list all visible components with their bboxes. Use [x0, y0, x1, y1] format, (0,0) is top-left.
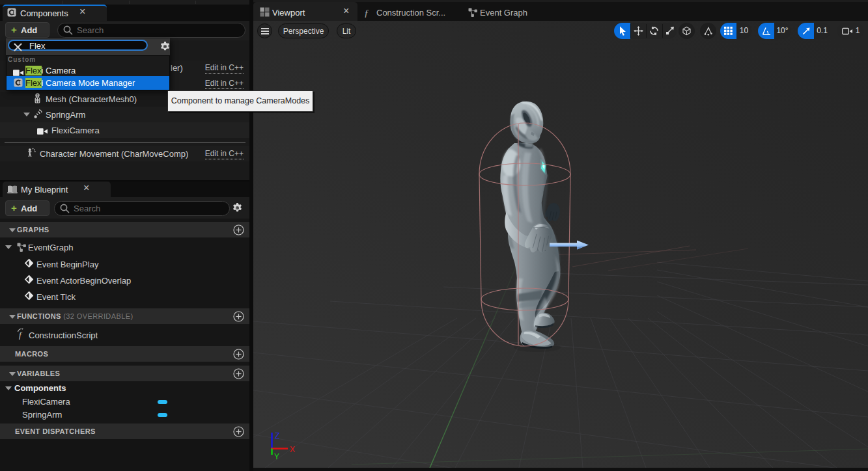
svg-text:Z: Z	[275, 431, 279, 440]
svg-text:f: f	[19, 330, 23, 340]
svg-text:X: X	[290, 445, 295, 454]
svg-text:Y: Y	[274, 452, 279, 461]
